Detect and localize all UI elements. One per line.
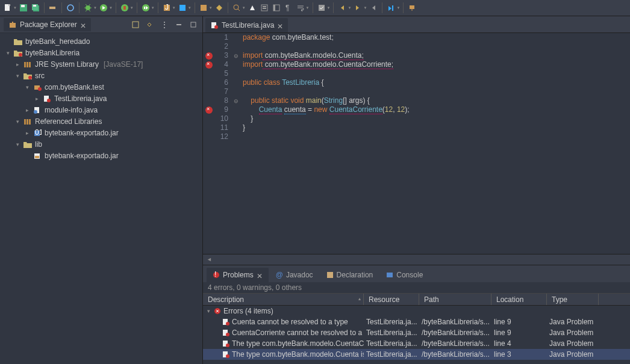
editor-tab[interactable]: TestLibreria.java ✕ — [205, 18, 288, 32]
svg-point-40 — [38, 87, 42, 91]
svg-rect-3 — [21, 5, 25, 7]
tree-jre[interactable]: ▸JRE System Library[JavaSE-17] — [0, 58, 202, 70]
package-icon — [8, 20, 17, 29]
next-annotation-icon[interactable] — [385, 2, 396, 13]
run-icon[interactable] — [98, 2, 109, 13]
package-explorer-panel: Package Explorer ✕ ⋮ byteBank_heredado ▾… — [0, 16, 203, 364]
maximize-icon[interactable] — [188, 19, 199, 30]
skip-breakpoints-icon[interactable] — [65, 2, 76, 13]
error-marker-icon[interactable] — [205, 61, 213, 69]
highlight-icon[interactable] — [247, 2, 258, 13]
svg-text:J: J — [165, 4, 169, 11]
problem-item[interactable]: The type com.byteBank.modelo.CuentaCorri… — [203, 338, 630, 349]
close-icon[interactable]: ✕ — [257, 272, 263, 278]
problems-list[interactable]: ▾Errors (4 items) Cuenta cannot be resol… — [203, 306, 630, 364]
svg-rect-1 — [8, 4, 10, 6]
col-path[interactable]: Path — [419, 294, 491, 305]
tab-javadoc[interactable]: @Javadoc — [270, 268, 319, 282]
toggle-breadcrumb-icon[interactable] — [48, 2, 58, 13]
coverage-icon[interactable] — [119, 2, 130, 13]
svg-rect-14 — [144, 7, 145, 9]
svg-point-44 — [34, 110, 37, 114]
project-tree[interactable]: byteBank_heredado ▾byteBankLibreria ▸JRE… — [0, 33, 202, 364]
close-icon[interactable]: ✕ — [80, 22, 86, 28]
svg-rect-27 — [392, 5, 393, 11]
new-icon[interactable] — [2, 2, 13, 13]
close-icon[interactable]: ✕ — [277, 22, 283, 28]
save-all-icon[interactable] — [30, 2, 41, 13]
forward-icon[interactable] — [352, 2, 363, 13]
whitespace-icon[interactable]: ¶ — [283, 2, 294, 13]
error-marker-icon[interactable] — [205, 52, 213, 60]
col-description[interactable]: Description▴ — [203, 294, 364, 305]
svg-rect-33 — [191, 22, 196, 27]
java-error-icon — [222, 329, 229, 336]
run-last-icon[interactable] — [140, 2, 151, 13]
svg-rect-12 — [123, 6, 126, 10]
col-resource[interactable]: Resource — [364, 294, 419, 305]
tree-jar[interactable]: bytebank-exportado.jar — [0, 150, 202, 161]
tree-src[interactable]: ▾src — [0, 70, 202, 81]
horizontal-scrollbar[interactable]: ◄ — [203, 254, 630, 265]
code-area[interactable]: package com.byteBank.test; import com.by… — [240, 33, 630, 254]
col-location[interactable]: Location — [491, 294, 547, 305]
editor-tab-label: TestLibreria.java — [222, 21, 274, 29]
svg-rect-57 — [387, 273, 393, 277]
tree-reflib[interactable]: ▾Referenced Libraries — [0, 116, 202, 127]
focus-task-icon[interactable] — [130, 19, 141, 30]
tree-package[interactable]: ▾com.byteBank.test — [0, 81, 202, 93]
error-marker-icon[interactable] — [205, 106, 213, 114]
link-editor-icon[interactable] — [145, 19, 155, 30]
minimize-icon[interactable] — [173, 19, 184, 30]
scroll-left-icon[interactable]: ◄ — [207, 256, 214, 264]
col-type[interactable]: Type — [547, 294, 599, 305]
new-class-icon[interactable] — [198, 2, 209, 13]
jar-icon — [33, 151, 42, 161]
code-editor[interactable]: 123456789101112 ⊖⊖ package com.byteBank.… — [203, 33, 630, 254]
new-package-icon[interactable] — [177, 2, 188, 13]
svg-rect-22 — [263, 8, 266, 9]
declaration-icon — [326, 271, 334, 279]
tree-lib[interactable]: ▾lib — [0, 138, 202, 150]
pin-editor-icon[interactable] — [407, 2, 417, 13]
package-explorer-tab[interactable]: Package Explorer ✕ — [4, 18, 91, 31]
tree-jar[interactable]: ▸010bytebank-exportado.jar — [0, 127, 202, 138]
problems-group[interactable]: ▾Errors (4 items) — [203, 306, 630, 316]
debug-icon[interactable] — [83, 2, 93, 13]
col-spacer — [599, 294, 630, 305]
tab-console[interactable]: Console — [380, 268, 429, 282]
last-edit-icon[interactable] — [368, 2, 379, 13]
svg-point-9 — [86, 5, 90, 10]
tree-project[interactable]: byteBank_heredado — [0, 35, 202, 47]
search-icon[interactable] — [231, 2, 242, 13]
problem-item[interactable]: The type com.byteBank.modelo.Cuenta is n… — [203, 349, 630, 360]
svg-rect-7 — [49, 7, 55, 9]
block-select-icon[interactable] — [271, 2, 282, 13]
bottom-tab-bar: !Problems✕ @Javadoc Declaration Console — [203, 265, 630, 282]
open-type-icon[interactable] — [214, 2, 225, 13]
svg-rect-31 — [133, 22, 139, 28]
main-toolbar: ▼ ▼ ▼ ▼ ▼ J▼ ▼ ▼ ▼ ¶ ▼ ▼ ▼ ▼ ▼ — [0, 0, 630, 16]
tree-file[interactable]: ▸TestLibreria.java — [0, 93, 202, 104]
svg-point-19 — [234, 5, 239, 10]
new-java-icon[interactable]: J — [161, 2, 172, 13]
annotations-icon[interactable] — [259, 2, 270, 13]
svg-point-42 — [47, 99, 51, 102]
wordwrap-icon[interactable] — [295, 2, 306, 13]
back-icon[interactable] — [337, 2, 348, 13]
tree-project[interactable]: ▾byteBankLibreria — [0, 47, 202, 58]
tree-file[interactable]: ▸module-info.java — [0, 104, 202, 116]
java-file-icon — [42, 94, 52, 103]
javadoc-icon: @ — [276, 271, 283, 279]
save-icon[interactable] — [18, 2, 29, 13]
toggle-mark-icon[interactable] — [316, 2, 327, 13]
svg-rect-36 — [27, 62, 28, 67]
package-explorer-header: Package Explorer ✕ ⋮ — [0, 16, 202, 33]
tab-declaration[interactable]: Declaration — [320, 268, 379, 282]
svg-rect-26 — [319, 5, 325, 11]
view-menu-icon[interactable]: ⋮ — [159, 19, 170, 30]
svg-rect-56 — [327, 272, 333, 278]
problem-item[interactable]: Cuenta cannot be resolved to a type Test… — [203, 316, 630, 327]
tab-problems[interactable]: !Problems✕ — [207, 268, 269, 282]
problem-item[interactable]: CuentaCorriente cannot be resolved to a … — [203, 327, 630, 338]
